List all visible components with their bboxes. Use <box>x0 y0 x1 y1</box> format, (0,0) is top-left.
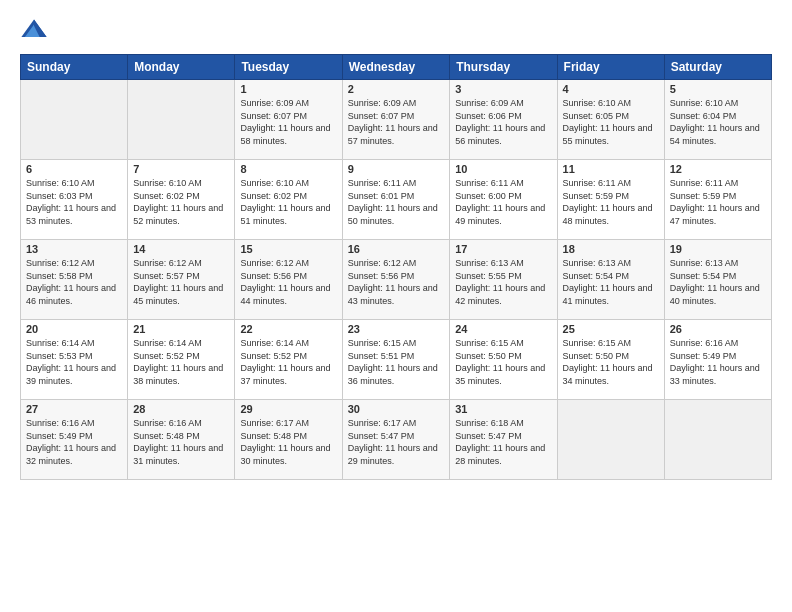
calendar-cell: 20Sunrise: 6:14 AMSunset: 5:53 PMDayligh… <box>21 320 128 400</box>
cell-info: Sunrise: 6:13 AMSunset: 5:55 PMDaylight:… <box>455 257 551 307</box>
day-number: 26 <box>670 323 766 335</box>
calendar-cell: 30Sunrise: 6:17 AMSunset: 5:47 PMDayligh… <box>342 400 450 480</box>
day-number: 10 <box>455 163 551 175</box>
calendar-cell: 11Sunrise: 6:11 AMSunset: 5:59 PMDayligh… <box>557 160 664 240</box>
calendar-cell: 3Sunrise: 6:09 AMSunset: 6:06 PMDaylight… <box>450 80 557 160</box>
day-number: 3 <box>455 83 551 95</box>
cell-info: Sunrise: 6:17 AMSunset: 5:48 PMDaylight:… <box>240 417 336 467</box>
header <box>20 16 772 44</box>
cell-info: Sunrise: 6:12 AMSunset: 5:58 PMDaylight:… <box>26 257 122 307</box>
cell-info: Sunrise: 6:15 AMSunset: 5:51 PMDaylight:… <box>348 337 445 387</box>
calendar-cell: 12Sunrise: 6:11 AMSunset: 5:59 PMDayligh… <box>664 160 771 240</box>
day-number: 5 <box>670 83 766 95</box>
calendar-cell: 28Sunrise: 6:16 AMSunset: 5:48 PMDayligh… <box>128 400 235 480</box>
day-number: 11 <box>563 163 659 175</box>
day-number: 9 <box>348 163 445 175</box>
day-number: 2 <box>348 83 445 95</box>
cell-info: Sunrise: 6:15 AMSunset: 5:50 PMDaylight:… <box>455 337 551 387</box>
cell-info: Sunrise: 6:14 AMSunset: 5:52 PMDaylight:… <box>133 337 229 387</box>
calendar-cell <box>557 400 664 480</box>
day-number: 7 <box>133 163 229 175</box>
calendar-cell <box>664 400 771 480</box>
cell-info: Sunrise: 6:11 AMSunset: 6:00 PMDaylight:… <box>455 177 551 227</box>
cell-info: Sunrise: 6:13 AMSunset: 5:54 PMDaylight:… <box>563 257 659 307</box>
day-number: 22 <box>240 323 336 335</box>
day-number: 13 <box>26 243 122 255</box>
day-number: 23 <box>348 323 445 335</box>
cell-info: Sunrise: 6:16 AMSunset: 5:48 PMDaylight:… <box>133 417 229 467</box>
calendar-cell: 24Sunrise: 6:15 AMSunset: 5:50 PMDayligh… <box>450 320 557 400</box>
calendar-cell <box>21 80 128 160</box>
day-number: 12 <box>670 163 766 175</box>
calendar-day-header: Thursday <box>450 55 557 80</box>
day-number: 29 <box>240 403 336 415</box>
day-number: 28 <box>133 403 229 415</box>
logo <box>20 16 52 44</box>
calendar-cell: 22Sunrise: 6:14 AMSunset: 5:52 PMDayligh… <box>235 320 342 400</box>
cell-info: Sunrise: 6:11 AMSunset: 5:59 PMDaylight:… <box>670 177 766 227</box>
cell-info: Sunrise: 6:10 AMSunset: 6:02 PMDaylight:… <box>240 177 336 227</box>
calendar-cell: 21Sunrise: 6:14 AMSunset: 5:52 PMDayligh… <box>128 320 235 400</box>
day-number: 25 <box>563 323 659 335</box>
calendar-cell: 8Sunrise: 6:10 AMSunset: 6:02 PMDaylight… <box>235 160 342 240</box>
calendar-cell: 17Sunrise: 6:13 AMSunset: 5:55 PMDayligh… <box>450 240 557 320</box>
logo-icon <box>20 16 48 44</box>
day-number: 1 <box>240 83 336 95</box>
day-number: 4 <box>563 83 659 95</box>
calendar-day-header: Tuesday <box>235 55 342 80</box>
day-number: 14 <box>133 243 229 255</box>
cell-info: Sunrise: 6:14 AMSunset: 5:52 PMDaylight:… <box>240 337 336 387</box>
calendar-cell: 2Sunrise: 6:09 AMSunset: 6:07 PMDaylight… <box>342 80 450 160</box>
cell-info: Sunrise: 6:18 AMSunset: 5:47 PMDaylight:… <box>455 417 551 467</box>
calendar-cell: 16Sunrise: 6:12 AMSunset: 5:56 PMDayligh… <box>342 240 450 320</box>
calendar-cell: 23Sunrise: 6:15 AMSunset: 5:51 PMDayligh… <box>342 320 450 400</box>
cell-info: Sunrise: 6:10 AMSunset: 6:02 PMDaylight:… <box>133 177 229 227</box>
cell-info: Sunrise: 6:10 AMSunset: 6:04 PMDaylight:… <box>670 97 766 147</box>
day-number: 24 <box>455 323 551 335</box>
calendar-cell: 25Sunrise: 6:15 AMSunset: 5:50 PMDayligh… <box>557 320 664 400</box>
day-number: 31 <box>455 403 551 415</box>
cell-info: Sunrise: 6:12 AMSunset: 5:56 PMDaylight:… <box>348 257 445 307</box>
cell-info: Sunrise: 6:16 AMSunset: 5:49 PMDaylight:… <box>670 337 766 387</box>
day-number: 27 <box>26 403 122 415</box>
calendar-week-row: 13Sunrise: 6:12 AMSunset: 5:58 PMDayligh… <box>21 240 772 320</box>
calendar-week-row: 6Sunrise: 6:10 AMSunset: 6:03 PMDaylight… <box>21 160 772 240</box>
calendar-day-header: Wednesday <box>342 55 450 80</box>
calendar-cell: 13Sunrise: 6:12 AMSunset: 5:58 PMDayligh… <box>21 240 128 320</box>
calendar-week-row: 20Sunrise: 6:14 AMSunset: 5:53 PMDayligh… <box>21 320 772 400</box>
day-number: 18 <box>563 243 659 255</box>
calendar-cell: 19Sunrise: 6:13 AMSunset: 5:54 PMDayligh… <box>664 240 771 320</box>
day-number: 19 <box>670 243 766 255</box>
cell-info: Sunrise: 6:12 AMSunset: 5:57 PMDaylight:… <box>133 257 229 307</box>
calendar-cell: 5Sunrise: 6:10 AMSunset: 6:04 PMDaylight… <box>664 80 771 160</box>
calendar-cell: 15Sunrise: 6:12 AMSunset: 5:56 PMDayligh… <box>235 240 342 320</box>
day-number: 17 <box>455 243 551 255</box>
cell-info: Sunrise: 6:10 AMSunset: 6:05 PMDaylight:… <box>563 97 659 147</box>
page: SundayMondayTuesdayWednesdayThursdayFrid… <box>0 0 792 612</box>
calendar-week-row: 27Sunrise: 6:16 AMSunset: 5:49 PMDayligh… <box>21 400 772 480</box>
calendar-cell: 31Sunrise: 6:18 AMSunset: 5:47 PMDayligh… <box>450 400 557 480</box>
calendar-day-header: Friday <box>557 55 664 80</box>
calendar-week-row: 1Sunrise: 6:09 AMSunset: 6:07 PMDaylight… <box>21 80 772 160</box>
calendar-cell: 14Sunrise: 6:12 AMSunset: 5:57 PMDayligh… <box>128 240 235 320</box>
day-number: 30 <box>348 403 445 415</box>
calendar-cell <box>128 80 235 160</box>
day-number: 21 <box>133 323 229 335</box>
cell-info: Sunrise: 6:11 AMSunset: 6:01 PMDaylight:… <box>348 177 445 227</box>
cell-info: Sunrise: 6:12 AMSunset: 5:56 PMDaylight:… <box>240 257 336 307</box>
calendar-cell: 6Sunrise: 6:10 AMSunset: 6:03 PMDaylight… <box>21 160 128 240</box>
calendar-day-header: Monday <box>128 55 235 80</box>
cell-info: Sunrise: 6:16 AMSunset: 5:49 PMDaylight:… <box>26 417 122 467</box>
calendar-day-header: Saturday <box>664 55 771 80</box>
cell-info: Sunrise: 6:10 AMSunset: 6:03 PMDaylight:… <box>26 177 122 227</box>
calendar-cell: 4Sunrise: 6:10 AMSunset: 6:05 PMDaylight… <box>557 80 664 160</box>
calendar-cell: 9Sunrise: 6:11 AMSunset: 6:01 PMDaylight… <box>342 160 450 240</box>
calendar-cell: 7Sunrise: 6:10 AMSunset: 6:02 PMDaylight… <box>128 160 235 240</box>
day-number: 8 <box>240 163 336 175</box>
calendar-header-row: SundayMondayTuesdayWednesdayThursdayFrid… <box>21 55 772 80</box>
day-number: 16 <box>348 243 445 255</box>
cell-info: Sunrise: 6:17 AMSunset: 5:47 PMDaylight:… <box>348 417 445 467</box>
day-number: 6 <box>26 163 122 175</box>
cell-info: Sunrise: 6:11 AMSunset: 5:59 PMDaylight:… <box>563 177 659 227</box>
day-number: 15 <box>240 243 336 255</box>
